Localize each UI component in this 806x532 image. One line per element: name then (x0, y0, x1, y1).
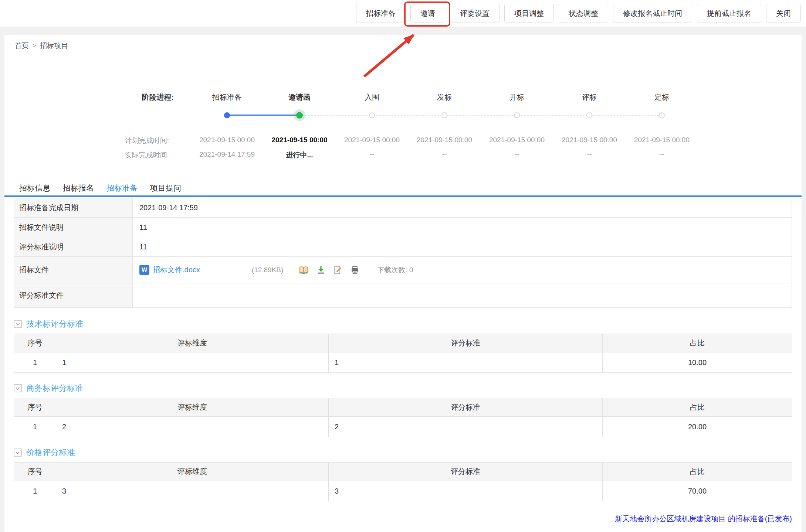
stage-plan-time: 2021-09-15 00:00 (481, 136, 553, 144)
timeline-stage: 招标准备 2021-09-15 00:00 2021-09-14 17:59 (191, 92, 263, 170)
timeline-stage: 邀请函 2021-09-15 00:00 进行中... (263, 92, 336, 170)
section-title[interactable]: 价格评分标准 (26, 447, 75, 458)
stage-actual-time: -- (481, 150, 553, 158)
table-header-row: 序号 评标维度 评分标准 占比 (14, 398, 792, 417)
score-table: 序号 评标维度 评分标准 占比 1 3 3 70.00 (14, 462, 792, 501)
toolbar-button[interactable]: 项目调整 (504, 4, 554, 23)
plan-finish-time-label: 计划完成时间: (55, 136, 169, 146)
info-label: 招标文件 (14, 257, 133, 283)
top-toolbar: 招标准备 邀请 评委设置 项目调整 状态调整 (0, 0, 806, 27)
stage-plan-time: 2021-09-15 00:00 (553, 136, 626, 144)
toolbar-button[interactable]: 评委设置 (450, 4, 499, 23)
toolbar-button-wrap: 提前截止报名 (697, 4, 761, 23)
stage-actual-time: 2021-09-14 17:59 (191, 150, 263, 158)
toolbar-button-wrap: 修改报名截止时间 (613, 4, 692, 23)
column-header-dimension: 评标维度 (56, 398, 329, 417)
collapse-toggle-icon[interactable] (14, 449, 22, 457)
stage-label: 评标 (553, 92, 626, 102)
stage-actual-time: 进行中... (263, 150, 336, 160)
breadcrumb: 首页 > 招标项目 (15, 41, 68, 51)
info-row-file: 招标文件 W 招标文件.docx (12.89KB) (14, 257, 792, 283)
score-table: 序号 评标维度 评分标准 占比 1 1 1 10.00 (14, 334, 792, 373)
cell-criteria: 3 (329, 481, 603, 501)
cell-ratio: 10.00 (603, 352, 792, 373)
column-header-seq: 序号 (14, 463, 56, 481)
info-table: 招标准备完成日期 2021-09-14 17:59 招标文件说明 11 评分标准… (14, 198, 792, 308)
stage-plan-time: 2021-09-15 00:00 (263, 136, 336, 144)
chevron-right-icon: > (33, 42, 36, 50)
stage-label: 招标准备 (191, 92, 263, 102)
info-row: 评分标准文件 (14, 283, 792, 308)
word-file-icon: W (139, 265, 149, 275)
collapse-toggle-icon[interactable] (14, 320, 22, 328)
table-row: 1 2 2 20.00 (14, 417, 792, 437)
column-header-ratio: 占比 (603, 398, 792, 417)
toolbar-button[interactable]: 邀请 (410, 4, 445, 23)
timeline-stage: 定标 2021-09-15 00:00 -- (626, 92, 698, 170)
toolbar-button-wrap: 招标准备 (356, 4, 406, 23)
cell-dimension: 1 (56, 352, 329, 373)
stage-plan-time: 2021-09-15 00:00 (626, 136, 698, 144)
section-title[interactable]: 技术标评分标准 (26, 318, 83, 330)
download-icon[interactable] (316, 266, 325, 274)
edit-icon[interactable] (333, 266, 342, 274)
stage-actual-time: -- (553, 150, 626, 158)
column-header-dimension: 评标维度 (56, 334, 329, 352)
toolbar-button[interactable]: 修改报名截止时间 (613, 4, 692, 23)
timeline-stage: 开标 2021-09-15 00:00 -- (481, 92, 553, 170)
column-header-criteria: 评分标准 (329, 463, 603, 481)
info-value: 2021-09-14 17:59 (133, 198, 792, 217)
table-header-row: 序号 评标维度 评分标准 占比 (14, 463, 792, 481)
cell-criteria: 2 (329, 417, 603, 437)
toolbar-button-wrap: 邀请 (410, 4, 445, 23)
cell-criteria: 1 (329, 352, 603, 373)
stage-label: 定标 (626, 92, 698, 102)
score-section: 商务标评分标准 序号 评标维度 评分标准 占比 1 (14, 383, 792, 437)
info-row: 招标文件说明 11 (14, 218, 792, 237)
toolbar-button[interactable]: 招标准备 (356, 4, 406, 23)
collapse-toggle-icon[interactable] (14, 384, 22, 392)
breadcrumb-current: 招标项目 (40, 41, 68, 51)
print-icon[interactable] (350, 266, 359, 274)
cell-dimension: 2 (56, 417, 329, 437)
tab[interactable]: 招标准备 (106, 183, 138, 196)
cell-seq: 1 (14, 481, 56, 501)
tab[interactable]: 招标报名 (63, 183, 94, 196)
toolbar-button-wrap: 状态调整 (559, 4, 608, 23)
score-table: 序号 评标维度 评分标准 占比 1 2 2 20.00 (14, 398, 792, 437)
info-label: 评分标准说明 (14, 237, 133, 256)
stage-actual-time: -- (626, 150, 698, 158)
table-header-row: 序号 评标维度 评分标准 占比 (14, 334, 792, 352)
timeline-stages: 招标准备 2021-09-15 00:00 2021-09-14 17:59 邀… (191, 92, 698, 170)
stage-dot-icon (659, 112, 665, 118)
stage-label: 开标 (481, 92, 553, 102)
toolbar-button[interactable]: 提前截止报名 (697, 4, 761, 23)
tab[interactable]: 招标信息 (19, 183, 50, 196)
info-value (133, 283, 792, 307)
project-status-link[interactable]: 新天地会所办公区域机房建设项目 的招标准备(已发布) (615, 514, 792, 524)
timeline-stage: 入围 2021-09-15 00:00 -- (336, 92, 408, 170)
toolbar-button[interactable]: 关闭 (766, 4, 801, 23)
stage-actual-time: -- (336, 150, 408, 158)
column-header-seq: 序号 (14, 334, 56, 352)
cell-dimension: 3 (56, 481, 329, 501)
breadcrumb-home[interactable]: 首页 (15, 41, 29, 51)
stage-plan-time: 2021-09-15 00:00 (408, 136, 481, 144)
column-header-seq: 序号 (14, 398, 56, 417)
section-head: 价格评分标准 (14, 447, 792, 458)
file-value: W 招标文件.docx (12.89KB) (133, 257, 792, 283)
stage-dot-icon (441, 112, 447, 118)
info-label: 招标文件说明 (14, 218, 133, 237)
stage-plan-time: 2021-09-15 00:00 (191, 136, 263, 144)
score-section: 价格评分标准 序号 评标维度 评分标准 占比 1 3 (14, 447, 792, 501)
actual-finish-time-label: 实际完成时间: (55, 150, 169, 160)
section-title[interactable]: 商务标评分标准 (26, 383, 83, 394)
timeline-stage: 发标 2021-09-15 00:00 -- (408, 92, 481, 170)
file-link[interactable]: 招标文件.docx (153, 265, 200, 275)
tab[interactable]: 项目提问 (150, 183, 181, 196)
table-row: 1 3 3 70.00 (14, 481, 792, 501)
preview-book-icon[interactable] (299, 266, 308, 274)
file-action-icons (299, 266, 359, 274)
toolbar-button[interactable]: 状态调整 (559, 4, 608, 23)
stage-label: 入围 (336, 92, 408, 102)
